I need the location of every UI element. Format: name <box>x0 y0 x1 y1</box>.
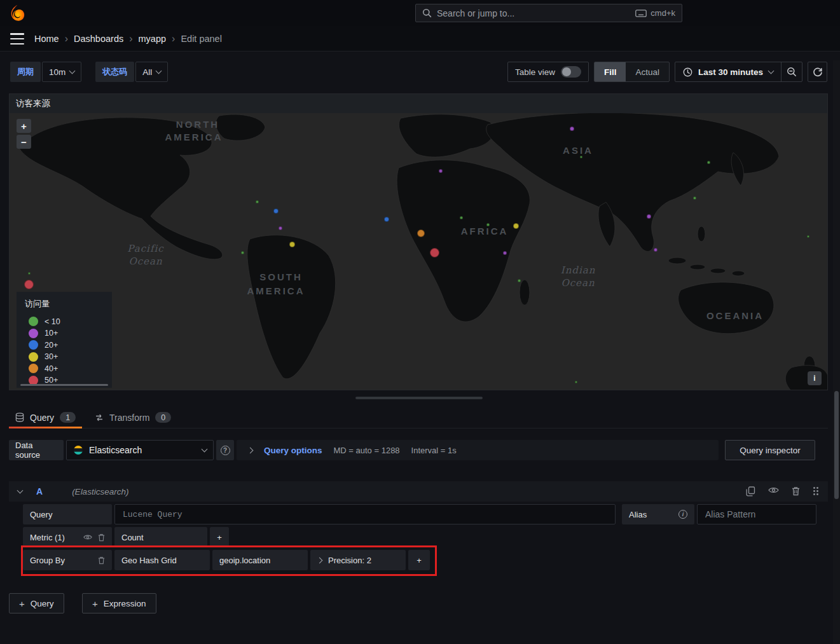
transform-icon <box>95 413 104 422</box>
add-expression-button[interactable]: + Expression <box>82 593 156 613</box>
legend-scrollbar[interactable] <box>20 384 108 386</box>
grafana-logo-icon[interactable] <box>9 4 26 22</box>
visualization-panel: 访客来源 NORTHAME <box>9 93 828 390</box>
pane-resize-handle[interactable] <box>355 397 483 399</box>
query-field-label: Query <box>23 504 112 524</box>
groupby-label: Group By <box>23 550 112 570</box>
map-data-point <box>256 200 259 203</box>
map-data-point <box>460 216 463 219</box>
query-options-bar: Query options MD = auto = 1288 Interval … <box>237 440 719 460</box>
map-data-point <box>417 230 425 237</box>
variable-period-value: 10m <box>49 67 65 77</box>
map-data-point <box>503 251 507 255</box>
metric-count-button[interactable]: Count <box>114 527 207 547</box>
query-options-interval: Interval = 1s <box>411 446 457 455</box>
query-row-header[interactable]: A (Elasticsearch) <box>9 481 828 502</box>
keyboard-icon <box>635 10 647 17</box>
lucene-query-input[interactable] <box>114 504 616 524</box>
chevron-right-icon <box>317 557 323 563</box>
metric-hide-icon[interactable] <box>83 534 92 540</box>
groupby-trash-icon[interactable] <box>98 556 105 565</box>
groupby-add-button[interactable]: + <box>408 550 430 570</box>
query-datasource-hint: (Elasticsearch) <box>72 487 128 497</box>
legend-swatch-icon <box>29 364 38 373</box>
fill-option[interactable]: Fill <box>595 62 626 81</box>
chevron-down-icon <box>202 446 208 453</box>
map-data-point <box>384 217 389 222</box>
groupby-label-text: Group By <box>30 556 65 565</box>
time-range-group: Last 30 minutes <box>675 62 802 82</box>
query-inspector-button[interactable]: Query inspector <box>725 440 815 460</box>
map-data-point <box>654 248 658 252</box>
world-map[interactable]: NORTHAMERICAASIAAFRICASOUTHAMERICAOCEANI… <box>10 113 827 390</box>
plus-icon: + <box>92 598 98 609</box>
breadcrumb-separator-icon: › <box>65 33 68 45</box>
menu-icon[interactable] <box>10 33 24 45</box>
variable-period-select[interactable]: 10m <box>42 62 81 82</box>
datasource-picker[interactable]: Elasticsearch <box>66 440 214 460</box>
map-data-point <box>430 248 439 257</box>
metric-add-button[interactable]: + <box>210 527 229 547</box>
metric-trash-icon[interactable] <box>98 533 105 542</box>
panel-title: 访客来源 <box>16 98 50 109</box>
map-zoom-in-button[interactable]: + <box>17 119 31 133</box>
variable-statuscode-select[interactable]: All <box>135 62 168 82</box>
tab-query[interactable]: Query 1 <box>9 407 82 428</box>
breadcrumb: Home›Dashboards›myapp›Edit panel <box>34 26 222 51</box>
panel-toolbar: Table view Fill Actual Last 30 minutes <box>507 62 827 82</box>
map-data-point <box>28 272 31 275</box>
alias-label: Alias i <box>622 504 694 524</box>
search-icon <box>422 8 432 18</box>
groupby-type-button[interactable]: Geo Hash Grid <box>114 550 210 570</box>
variable-toolbar: 周期 10m 状态码 All <box>10 62 182 82</box>
datasource-help-button[interactable]: ? <box>216 440 234 460</box>
map-attribution-button[interactable]: i <box>808 371 822 385</box>
chevron-right-icon <box>247 447 254 453</box>
alias-pattern-input[interactable] <box>697 504 816 524</box>
legend-label: 30+ <box>45 352 58 361</box>
metric-label-text: Metric (1) <box>30 533 65 542</box>
legend-label: 50+ <box>45 376 58 385</box>
actual-option[interactable]: Actual <box>626 62 669 81</box>
legend-item: < 10 <box>29 317 112 326</box>
legend-swatch-icon <box>29 329 38 338</box>
query-ref-id[interactable]: A <box>36 486 43 497</box>
zoom-out-time-button[interactable] <box>781 62 802 81</box>
search-placeholder: Search or jump to... <box>437 8 630 18</box>
collapse-chevron-icon[interactable] <box>17 488 24 494</box>
scrollbar-thumb[interactable] <box>834 391 839 499</box>
refresh-button[interactable] <box>808 62 827 82</box>
groupby-precision-button[interactable]: Precision: 2 <box>310 550 406 570</box>
panel-header[interactable]: 访客来源 <box>10 94 827 113</box>
legend-item: 30+ <box>29 352 112 362</box>
breadcrumb-item[interactable]: myapp <box>139 34 167 44</box>
clock-icon <box>683 67 692 77</box>
add-query-label: Query <box>31 599 54 608</box>
table-view-toggle[interactable] <box>561 66 581 78</box>
map-data-point <box>24 280 34 289</box>
variable-statuscode-label: 状态码 <box>95 62 134 82</box>
add-query-button[interactable]: + Query <box>9 593 64 613</box>
legend-label: 10+ <box>45 329 58 338</box>
map-data-point <box>486 223 490 226</box>
breadcrumb-item[interactable]: Home <box>34 34 59 44</box>
tab-transform[interactable]: Transform 0 <box>88 407 177 428</box>
map-legend-items: < 1010+20+30+40+50+ <box>25 317 112 385</box>
global-search-input[interactable]: Search or jump to... cmd+k <box>415 4 682 22</box>
chevron-down-icon <box>69 68 76 74</box>
hide-query-icon[interactable] <box>768 486 779 497</box>
map-data-point <box>273 209 279 214</box>
breadcrumb-item[interactable]: Dashboards <box>74 34 123 44</box>
time-range-picker[interactable]: Last 30 minutes <box>675 62 781 81</box>
query-options-md: MD = auto = 1288 <box>334 446 400 455</box>
duplicate-query-icon[interactable] <box>746 486 755 497</box>
map-zoom-out-button[interactable]: − <box>17 135 31 149</box>
legend-swatch-icon <box>29 352 38 362</box>
groupby-field-button[interactable]: geoip.location <box>212 550 308 570</box>
delete-query-icon[interactable] <box>792 486 800 497</box>
breadcrumb-separator-icon: › <box>129 33 132 45</box>
query-options-link[interactable]: Query options <box>264 446 322 455</box>
drag-handle-icon[interactable] <box>813 486 819 497</box>
page-scrollbar[interactable] <box>833 60 840 644</box>
plus-icon: + <box>19 598 25 609</box>
